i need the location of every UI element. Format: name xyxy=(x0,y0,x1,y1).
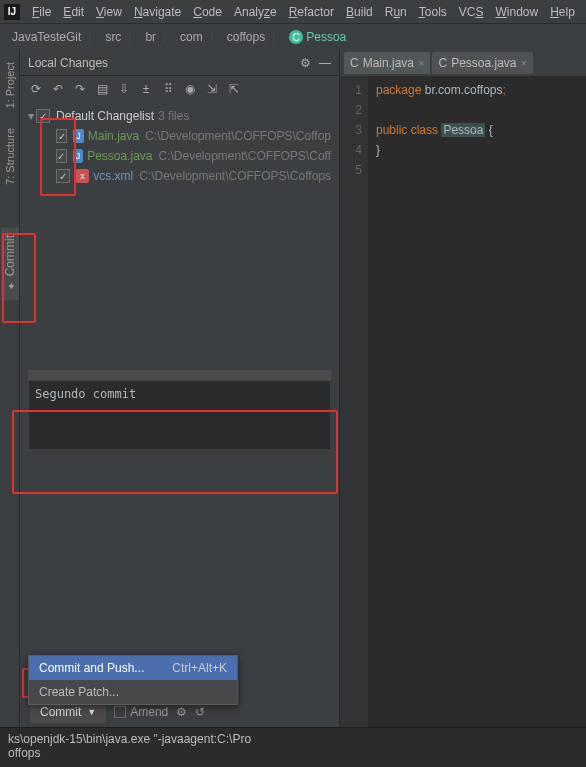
changelist-row[interactable]: ▾ ✓ Default Changelist 3 files xyxy=(28,106,331,126)
crumb-br[interactable]: br xyxy=(141,30,160,44)
menu-window[interactable]: Window xyxy=(489,5,544,19)
shortcut-label: Ctrl+Alt+K xyxy=(172,661,227,675)
commit-message-area xyxy=(28,370,331,453)
commit-toolbar: ⟳ ↶ ↷ ▤ ⇩ ± ⠿ ◉ ⇲ ⇱ xyxy=(20,76,339,102)
dock-tab-commit[interactable]: ✦ Commit xyxy=(1,227,19,300)
file-name: Main.java xyxy=(88,129,139,143)
unshelve-icon[interactable]: ± xyxy=(138,81,154,97)
gear-icon[interactable]: ⚙ xyxy=(300,56,311,70)
file-checkbox[interactable]: ✓ xyxy=(56,169,70,183)
commit-message-input[interactable] xyxy=(28,380,331,450)
refresh-icon[interactable]: ⟳ xyxy=(28,81,44,97)
redo-icon[interactable]: ↷ xyxy=(72,81,88,97)
menu-vcs[interactable]: VCS xyxy=(453,5,490,19)
gear-icon[interactable]: ⚙ xyxy=(176,705,187,719)
menu-view[interactable]: View xyxy=(90,5,128,19)
dock-tab-structure[interactable]: 7: Structure xyxy=(2,120,18,193)
chevron-right-icon: 〉 xyxy=(87,29,99,46)
menu-create-patch[interactable]: Create Patch... xyxy=(29,680,237,704)
file-name: vcs.xml xyxy=(93,169,133,183)
breadcrumb: JavaTesteGit 〉 src 〉 br 〉 com 〉 coffops … xyxy=(0,24,586,50)
code-editor[interactable]: package br.com.coffops; public class Pes… xyxy=(368,76,586,727)
close-icon[interactable]: × xyxy=(418,57,424,69)
run-console[interactable]: ks\openjdk-15\bin\java.exe "-javaagent:C… xyxy=(0,727,586,767)
close-icon[interactable]: × xyxy=(521,57,527,69)
menu-run[interactable]: Run xyxy=(379,5,413,19)
file-name: Pessoa.java xyxy=(87,149,152,163)
crumb-current[interactable]: CPessoa xyxy=(285,30,350,45)
editor-tab-pessoa[interactable]: C Pessoa.java × xyxy=(432,52,532,74)
xml-file-icon: x xyxy=(76,169,90,183)
dock-tab-project[interactable]: 1: Project xyxy=(2,54,18,116)
crumb-com[interactable]: com xyxy=(176,30,207,44)
diff-icon[interactable]: ▤ xyxy=(94,81,110,97)
changelist-name: Default Changelist xyxy=(56,109,154,123)
menu-edit[interactable]: Edit xyxy=(57,5,90,19)
shelve-icon[interactable]: ⇩ xyxy=(116,81,132,97)
file-row[interactable]: ✓ x vcs.xml C:\Development\COFFOPS\Coffo… xyxy=(28,166,331,186)
file-path: C:\Development\COFFOPS\Coff xyxy=(159,149,332,163)
crumb-src[interactable]: src xyxy=(101,30,125,44)
commit-panel: Local Changes ⚙ — ⟳ ↶ ↷ ▤ ⇩ ± ⠿ ◉ ⇲ ⇱ ▾ … xyxy=(20,50,340,727)
chevron-right-icon: 〉 xyxy=(209,29,221,46)
java-file-icon: J xyxy=(73,129,84,143)
preview-icon[interactable]: ◉ xyxy=(182,81,198,97)
menu-file[interactable]: File xyxy=(26,5,57,19)
menu-help[interactable]: Help xyxy=(544,5,581,19)
app-logo-icon: IJ xyxy=(4,4,20,20)
editor-area: C Main.java × C Pessoa.java × 1 2 3 4 5 … xyxy=(340,50,586,727)
collapse-icon[interactable]: ⇱ xyxy=(226,81,242,97)
menu-refactor[interactable]: Refactor xyxy=(283,5,340,19)
changes-tree: ▾ ✓ Default Changelist 3 files ✓ J Main.… xyxy=(20,102,339,190)
expand-icon[interactable]: ⇲ xyxy=(204,81,220,97)
chevron-down-icon[interactable]: ▼ xyxy=(87,707,96,717)
changelist-count: 3 files xyxy=(158,109,189,123)
commit-dropdown-menu: Commit and Push... Ctrl+Alt+K Create Pat… xyxy=(28,655,238,705)
group-icon[interactable]: ⠿ xyxy=(160,81,176,97)
file-path: C:\Development\COFFOPS\Coffops xyxy=(139,169,331,183)
chevron-down-icon[interactable]: ▾ xyxy=(28,109,34,123)
class-icon: C xyxy=(289,30,303,44)
left-dock: 1: Project 7: Structure ✦ Commit xyxy=(0,50,20,727)
hide-icon[interactable]: — xyxy=(319,56,331,70)
menubar: IJ File Edit View Navigate Code Analyze … xyxy=(0,0,586,24)
menu-analyze[interactable]: Analyze xyxy=(228,5,283,19)
chevron-right-icon: 〉 xyxy=(271,29,283,46)
menu-commit-and-push[interactable]: Commit and Push... Ctrl+Alt+K xyxy=(29,656,237,680)
history-icon[interactable]: ↺ xyxy=(195,705,205,719)
editor-tab-main[interactable]: C Main.java × xyxy=(344,52,430,74)
chevron-right-icon: 〉 xyxy=(162,29,174,46)
menu-navigate[interactable]: Navigate xyxy=(128,5,187,19)
file-row[interactable]: ✓ J Pessoa.java C:\Development\COFFOPS\C… xyxy=(28,146,331,166)
panel-title: Local Changes xyxy=(28,56,108,70)
java-file-icon: J xyxy=(73,149,83,163)
amend-checkbox[interactable]: Amend xyxy=(114,705,168,719)
file-checkbox[interactable]: ✓ xyxy=(56,149,67,163)
changelist-checkbox[interactable]: ✓ xyxy=(36,109,50,123)
class-icon: C xyxy=(350,56,359,70)
file-row[interactable]: ✓ J Main.java C:\Development\COFFOPS\Cof… xyxy=(28,126,331,146)
crumb-coffops[interactable]: coffops xyxy=(223,30,269,44)
menu-code[interactable]: Code xyxy=(187,5,228,19)
menu-build[interactable]: Build xyxy=(340,5,379,19)
menu-tools[interactable]: Tools xyxy=(413,5,453,19)
undo-icon[interactable]: ↶ xyxy=(50,81,66,97)
class-icon: C xyxy=(438,56,447,70)
file-path: C:\Development\COFFOPS\Coffop xyxy=(145,129,331,143)
crumb-project[interactable]: JavaTesteGit xyxy=(8,30,85,44)
editor-tabs: C Main.java × C Pessoa.java × xyxy=(340,50,586,76)
editor-gutter: 1 2 3 4 5 xyxy=(340,76,368,727)
chevron-right-icon: 〉 xyxy=(127,29,139,46)
file-checkbox[interactable]: ✓ xyxy=(56,129,67,143)
